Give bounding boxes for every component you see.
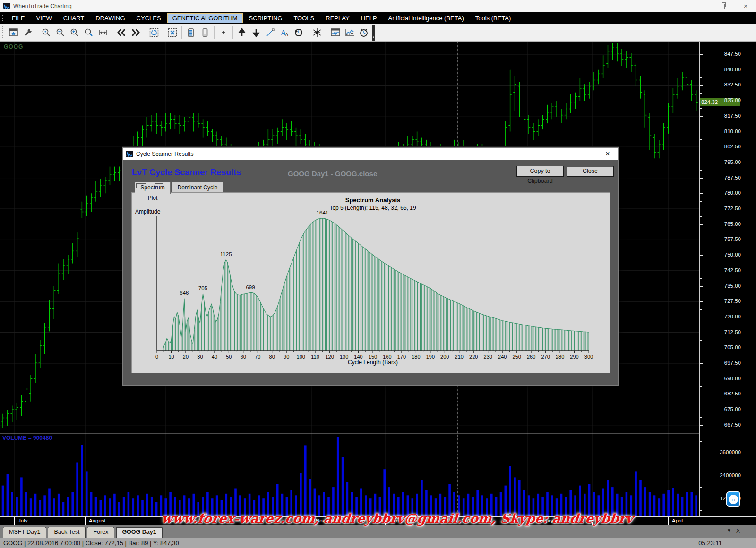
prev-chevrons-icon[interactable] xyxy=(114,26,129,39)
chart-tab-back-test[interactable]: Back Test xyxy=(48,527,86,538)
price-tick xyxy=(700,116,703,117)
dialog-logo-icon xyxy=(126,151,133,157)
volume-label: VOLUME = 900480 xyxy=(2,435,52,441)
trendline-pencil-icon[interactable] xyxy=(263,26,277,39)
toolbar-separator xyxy=(37,26,37,39)
price-tick-label: 697.50 xyxy=(708,360,741,366)
chart-tab-msft-day1[interactable]: MSFT Day1 xyxy=(3,527,46,538)
plus-small-icon[interactable] xyxy=(216,26,231,39)
font-format-icon[interactable]: AA xyxy=(277,26,292,39)
price-axis[interactable]: 824.32 847.50840.00832.50825.00817.50810… xyxy=(699,42,756,516)
price-tick-label: 802.50 xyxy=(708,144,741,149)
toolbar-overflow-handle[interactable] xyxy=(372,25,375,41)
indicator-window-icon[interactable] xyxy=(328,26,343,39)
toolbar-separator xyxy=(232,26,233,39)
volume-tick-minor xyxy=(700,464,702,464)
wrench-icon[interactable] xyxy=(21,26,35,39)
dialog-close-button[interactable]: Close xyxy=(567,166,614,177)
toolbar-separator xyxy=(214,26,215,39)
volume-tick-label: 3600000 xyxy=(708,449,741,455)
dialog-heading: LvT Cycle Scanner Results xyxy=(132,168,241,178)
next-chevrons-icon[interactable] xyxy=(129,26,143,39)
price-tick-label: 795.00 xyxy=(708,159,741,165)
chart-window-star-icon[interactable] xyxy=(7,26,21,39)
toolbar-separator xyxy=(308,26,308,39)
arrow-up-icon[interactable] xyxy=(235,26,249,39)
mobile-device-icon[interactable] xyxy=(198,26,212,39)
price-tick-minor xyxy=(700,309,702,310)
undo-history-icon[interactable] xyxy=(292,26,306,39)
price-tick xyxy=(700,363,703,364)
price-tick-minor xyxy=(700,93,702,94)
menu-item-drawing[interactable]: DRAWING xyxy=(90,13,130,23)
svg-text:699: 699 xyxy=(246,284,255,290)
price-tick xyxy=(700,255,703,256)
toolbar-grip[interactable] xyxy=(2,26,3,39)
toolbar-separator xyxy=(145,26,145,39)
price-tick xyxy=(700,286,703,287)
menu-item-artificial-intelligence-beta-[interactable]: Artificial Intelligence (BETA) xyxy=(383,13,469,23)
window-titlebar: WhenToTrade Charting – × xyxy=(0,0,756,13)
selection-refresh-icon[interactable] xyxy=(147,26,161,39)
chart-tab-goog-day1[interactable]: GOOG Day1 xyxy=(116,527,162,538)
price-tick-label: 742.50 xyxy=(708,267,741,273)
price-tick xyxy=(700,301,703,302)
tab-scroll-dropdown-icon[interactable]: ▼ xyxy=(727,528,731,534)
price-tick xyxy=(700,379,703,379)
alarm-clock-icon[interactable] xyxy=(357,26,371,39)
month-divider xyxy=(85,517,86,525)
price-tick xyxy=(700,271,703,271)
zoom-in-icon[interactable] xyxy=(68,26,82,39)
tab-close-icon[interactable]: X xyxy=(736,528,740,534)
month-label: July xyxy=(18,518,27,523)
price-tick xyxy=(700,193,703,194)
minimize-button[interactable]: – xyxy=(692,1,705,11)
price-tick xyxy=(700,240,703,240)
svg-text:A: A xyxy=(285,32,289,37)
line-chart-icon[interactable] xyxy=(343,26,357,39)
dialog-titlebar[interactable]: Cycle Scanner Results × xyxy=(123,148,618,160)
spectrum-ylabel: Amplitude xyxy=(135,208,160,215)
price-tick xyxy=(700,317,703,317)
spider-web-icon[interactable] xyxy=(310,26,324,39)
battery-bars-icon[interactable] xyxy=(184,26,198,39)
bar-width-icon[interactable] xyxy=(96,26,110,39)
zoom-out-icon[interactable] xyxy=(53,26,68,39)
tab-spectrum-plot[interactable]: Spectrum Plot xyxy=(135,182,171,194)
tab-dominant-cycle-data[interactable]: Dominant Cycle Data xyxy=(172,182,223,193)
toolbar-separator xyxy=(163,26,163,39)
price-tick xyxy=(700,333,703,333)
price-tick-minor xyxy=(700,201,702,202)
volume-tick-minor xyxy=(700,510,702,511)
price-tick-minor xyxy=(700,108,702,109)
chart-tab-forex[interactable]: Forex xyxy=(87,527,114,538)
arrow-down-icon[interactable] xyxy=(249,26,263,39)
menu-item-chart[interactable]: CHART xyxy=(58,13,90,23)
double-arrow-icon: ↔ xyxy=(729,495,738,504)
menu-item-view[interactable]: VIEW xyxy=(31,13,57,23)
restore-button[interactable] xyxy=(715,1,729,11)
price-tick-minor xyxy=(700,62,702,62)
menu-item-tools-beta-[interactable]: Tools (BETA) xyxy=(470,13,516,23)
menu-item-genetic-algorithm[interactable]: GENETIC ALGORITHM xyxy=(167,13,243,23)
selection-clear-icon[interactable] xyxy=(165,26,180,39)
zoom-pointer-icon[interactable] xyxy=(39,26,53,39)
menu-item-replay[interactable]: REPLAY xyxy=(320,13,354,23)
svg-text:1125: 1125 xyxy=(220,251,232,257)
toolbar-separator xyxy=(181,26,182,39)
menu-grip[interactable] xyxy=(2,14,3,22)
price-axis-line xyxy=(699,42,700,516)
menu-item-scripting[interactable]: SCRIPTING xyxy=(244,13,288,23)
remote-session-icon[interactable]: ↔ xyxy=(726,491,740,507)
copy-to-clipboard-button[interactable]: Copy to Clipboard xyxy=(516,166,564,177)
dialog-close-icon[interactable]: × xyxy=(602,149,613,159)
menu-item-help[interactable]: HELP xyxy=(356,13,382,23)
menu-item-file[interactable]: FILE xyxy=(7,13,30,23)
menu-item-cycles[interactable]: CYCLES xyxy=(131,13,166,23)
menu-item-tools[interactable]: TOOLS xyxy=(288,13,319,23)
close-button[interactable]: × xyxy=(739,1,752,11)
price-tick-minor xyxy=(700,417,702,418)
volume-tick xyxy=(700,476,703,476)
volume-tick-label: 2400000 xyxy=(708,472,741,478)
zoom-search-icon[interactable] xyxy=(82,26,96,39)
